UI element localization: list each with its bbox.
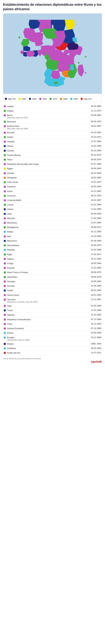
country-dot [4, 249, 6, 251]
country-name: Mauricio [7, 217, 15, 220]
country-name: Ghana [7, 145, 14, 147]
country-name: Somalia [7, 285, 15, 287]
country-dot [4, 110, 6, 112]
table-row: Burkina Faso(Alto Volta, antes de 1984)1… [3, 124, 102, 130]
country-date: 02.11.1993 [78, 230, 102, 234]
table-row: Zambia30.10.1964 [3, 171, 102, 176]
legend-dot-1960 [39, 98, 42, 100]
table-row: Santo Tomé y Príncipe09.08.1975 [3, 270, 102, 275]
country-dot [4, 150, 6, 152]
country-dot [4, 285, 6, 287]
country-cell: Senegal [3, 279, 78, 284]
legend-item-1940: 1940 [18, 98, 26, 100]
table-row: Guinea-Bissau06.10.1973 [3, 153, 102, 157]
legend-label-1960: 1960 [42, 98, 47, 100]
legend: siglo XIX 1940 1950 1960 1970 1980 1990 [3, 96, 102, 102]
country-cell: Gambia [3, 140, 78, 144]
country-dot [4, 186, 6, 188]
country-name: Egipto [7, 168, 13, 170]
country-cell: Yibuti [3, 157, 78, 162]
country-name: Costa de Marfil [7, 199, 21, 202]
country-cell: Botsuana [3, 120, 78, 124]
table-row: Nigeria15.11.1960 [3, 257, 102, 261]
country-date: 11.07.2011 [78, 351, 102, 355]
country-name: Eritrea [7, 332, 13, 334]
country-date: 20.02.1964 [78, 184, 102, 189]
legend-label-siglo-xxi: siglo XXI [84, 98, 92, 100]
footer-source: Fuente: Ministerio de Asuntos Exteriores… [3, 358, 41, 360]
table-row: Marruecos01.09.1958 [3, 238, 102, 243]
country-cell: República Centroafricana [3, 317, 78, 322]
country-dot [4, 231, 6, 233]
country-date: 05.01.1956 [78, 288, 102, 293]
country-date: 24.11.1964 [78, 322, 102, 326]
country-dot [4, 343, 6, 345]
country-date: 18.01.1962 [78, 293, 102, 297]
country-sub: (Alto Volta, antes de 1984) [7, 128, 28, 130]
table-row: Túnez11.07.1956 [3, 308, 102, 313]
table-row: Egipto26.08.1943 [3, 166, 102, 171]
country-dot [4, 298, 6, 301]
legend-label-1940: 1940 [22, 98, 26, 100]
country-date: 06.10.1973 [78, 153, 102, 157]
legend-label-siglo-xix: siglo XIX [8, 98, 16, 100]
sputnik-logo: sputnik [3, 360, 102, 364]
country-cell: Somalia [3, 284, 78, 288]
country-dot [4, 314, 6, 316]
table-row: Sierra Leona18.01.1962 [3, 293, 102, 297]
footer: Fuente: Ministerio de Asuntos Exteriores… [3, 357, 102, 360]
country-cell: Sierra Leona [3, 293, 78, 297]
country-date: 15.11.1960 [78, 257, 102, 261]
africa-map [3, 14, 102, 94]
country-sub: (Suazilandia, antes de 2018) [7, 339, 30, 341]
country-name: Túnez [7, 309, 13, 312]
country-cell: Argelia [3, 104, 78, 109]
country-cell: Marruecos [3, 238, 78, 243]
country-cell: Mozambique [3, 243, 78, 248]
country-name: República Democrática del Congo [7, 163, 39, 165]
table-row: Mozambique25.06.1975 [3, 243, 102, 248]
country-name: Libia [7, 213, 12, 215]
country-name: Guinea Ecuatorial [7, 327, 24, 330]
country-date: 26.08.1943 [78, 166, 102, 171]
country-cell: Mauricio [3, 216, 78, 220]
svg-point-5 [78, 62, 79, 64]
country-name: Sudáfrica [7, 347, 16, 350]
country-cell: Zambia [3, 171, 78, 176]
table-row: Malí14.10.1960 [3, 234, 102, 238]
country-cell: Malí [3, 234, 78, 238]
country-dot [4, 222, 6, 224]
table-row: Tanzania(Tanganica y Zanzíbar, antes de … [3, 297, 102, 304]
country-cell: Cabo Verde [3, 180, 78, 184]
country-date: 07.12.1968 [78, 326, 102, 331]
country-name: Benín [7, 114, 12, 116]
country-date: 01.10.1962 [78, 130, 102, 135]
table-row: Sudán05.01.1956 [3, 288, 102, 293]
table-row: Kenia14.12.1963 [3, 189, 102, 194]
country-name: Gabón [7, 136, 14, 138]
country-cell: Ruanda [3, 266, 78, 270]
country-date: 19.01.1967 [78, 198, 102, 202]
country-date: 14.06.1962 [78, 279, 102, 284]
country-cell: Congo [3, 261, 78, 266]
country-dot [4, 226, 6, 228]
legend-dot-1940 [18, 98, 21, 100]
table-row: Togo01.05.1960 [3, 304, 102, 308]
map-container [3, 14, 102, 94]
table-row: Lesoto01.02.1980 [3, 202, 102, 207]
country-name: Mozambique [7, 244, 19, 246]
country-dot [4, 154, 6, 156]
country-name: Botsuana [7, 120, 16, 123]
country-dot [4, 172, 6, 174]
legend-dot-1970 [50, 98, 52, 100]
country-dot [4, 254, 6, 256]
country-date: 19.11.1999 [78, 335, 102, 342]
country-date: 28.02.1992 [78, 346, 102, 350]
country-cell: Guinea-Bissau [3, 153, 78, 157]
country-cell: Guinea [3, 148, 78, 153]
country-date: 30.06.1976 [78, 275, 102, 279]
country-dot [4, 213, 6, 215]
table-row: Gabón15.10.1973 [3, 135, 102, 139]
country-date: 14.10.1960 [78, 234, 102, 238]
legend-dot-siglo-xxi [80, 98, 83, 100]
